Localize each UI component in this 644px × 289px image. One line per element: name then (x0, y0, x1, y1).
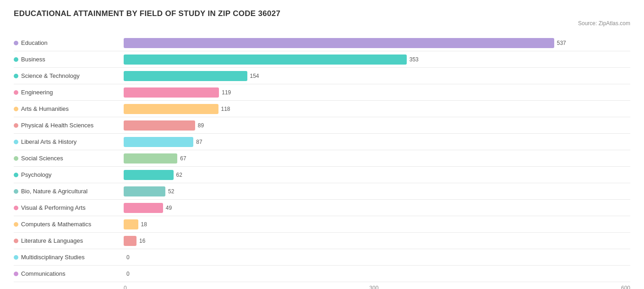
bar-fill (124, 203, 163, 213)
chart-area: Education537Business353Science & Technol… (14, 35, 630, 282)
bar-label: Arts & Humanities (21, 105, 69, 112)
bar-value-label: 87 (196, 139, 202, 145)
bar-value-label: 52 (168, 188, 174, 195)
source-label: Source: ZipAtlas.com (14, 20, 630, 27)
bar-row: Physical & Health Sciences89 (14, 117, 630, 134)
bar-dot (14, 189, 18, 194)
bar-value-label: 49 (166, 205, 172, 211)
bar-label: Psychology (21, 171, 51, 178)
bar-dot (14, 107, 18, 111)
bar-label: Literature & Languages (21, 237, 83, 244)
bar-label: Computers & Mathematics (21, 221, 91, 228)
bar-dot (14, 140, 18, 144)
bar-fill (124, 236, 136, 246)
bar-fill (124, 170, 174, 180)
bar-value-label: 0 (126, 254, 130, 261)
bar-row: Arts & Humanities118 (14, 101, 630, 117)
bar-dot (14, 222, 18, 227)
bar-row: Communications0 (14, 266, 630, 282)
bar-label: Liberal Arts & History (21, 138, 76, 145)
bar-label: Social Sciences (21, 155, 63, 162)
bar-value-label: 119 (222, 89, 231, 96)
bar-dot (14, 90, 18, 95)
bar-row: Business353 (14, 51, 630, 68)
bar-row: Psychology62 (14, 167, 630, 183)
bar-fill (124, 87, 219, 98)
bar-dot (14, 156, 18, 161)
bar-dot (14, 272, 18, 276)
bar-row: Multidisciplinary Studies0 (14, 249, 630, 266)
bar-value-label: 353 (409, 56, 419, 63)
bar-label: Science & Technology (21, 72, 80, 79)
x-axis-tick: 0 (124, 285, 127, 289)
bar-fill (124, 186, 165, 196)
bar-row: Science & Technology154 (14, 68, 630, 84)
bar-fill (124, 104, 218, 114)
bar-row: Social Sciences67 (14, 150, 630, 167)
bar-dot (14, 206, 18, 210)
bar-label: Engineering (21, 89, 53, 96)
bar-label: Multidisciplinary Studies (21, 254, 85, 261)
bar-label: Visual & Performing Arts (21, 204, 86, 211)
bar-dot (14, 239, 18, 243)
bar-label: Education (21, 39, 48, 46)
x-axis: 0300600 (14, 285, 630, 289)
bar-value-label: 0 (126, 271, 130, 277)
bar-row: Literature & Languages16 (14, 233, 630, 249)
bar-dot (14, 123, 18, 128)
bar-dot (14, 173, 18, 177)
bar-row: Engineering119 (14, 84, 630, 101)
bar-fill (124, 219, 138, 229)
bar-dot (14, 57, 18, 62)
bar-value-label: 67 (180, 155, 186, 162)
bar-label: Physical & Health Sciences (21, 122, 93, 129)
chart-title: EDUCATIONAL ATTAINMENT BY FIELD OF STUDY… (14, 9, 630, 18)
bar-row: Liberal Arts & History87 (14, 134, 630, 150)
bar-label: Bio, Nature & Agricultural (21, 188, 87, 195)
bar-label: Communications (21, 270, 65, 277)
bar-value-label: 154 (250, 73, 259, 79)
bar-fill (124, 120, 195, 131)
bar-value-label: 62 (176, 172, 182, 178)
bar-fill (124, 55, 407, 65)
bar-row: Education537 (14, 35, 630, 51)
bar-row: Bio, Nature & Agricultural52 (14, 183, 630, 200)
bar-value-label: 16 (139, 238, 145, 244)
bar-value-label: 89 (198, 122, 204, 129)
bar-fill (124, 71, 247, 81)
bar-dot (14, 74, 18, 78)
bar-value-label: 537 (557, 40, 566, 46)
bar-dot (14, 41, 18, 45)
bar-row: Visual & Performing Arts49 (14, 200, 630, 216)
x-axis-tick: 300 (369, 285, 378, 289)
bar-fill (124, 38, 554, 48)
bar-value-label: 18 (141, 221, 147, 228)
bar-fill (124, 153, 177, 164)
bar-row: Computers & Mathematics18 (14, 216, 630, 233)
bar-value-label: 118 (221, 106, 230, 112)
x-axis-tick: 600 (621, 285, 630, 289)
bar-label: Business (21, 56, 45, 63)
bar-dot (14, 255, 18, 260)
bar-fill (124, 137, 193, 147)
